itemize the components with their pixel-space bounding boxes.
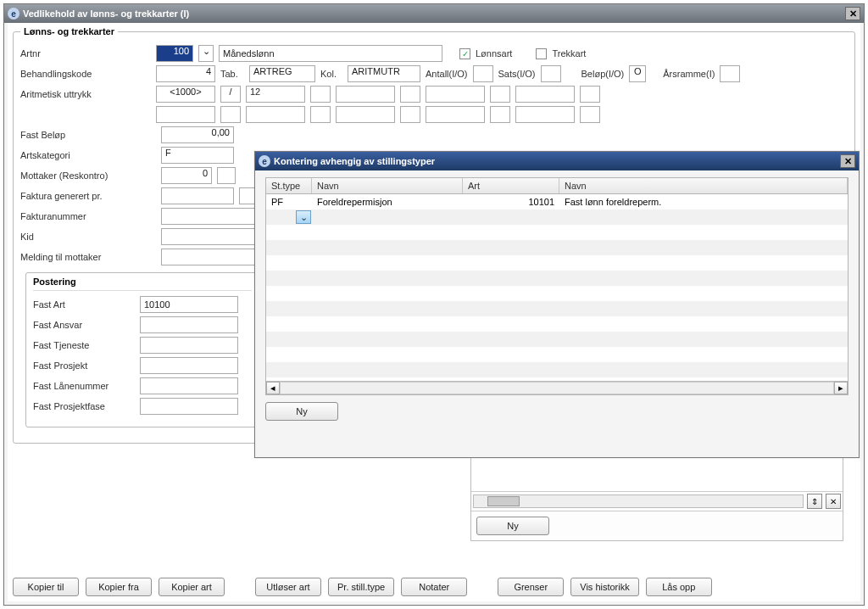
row-artnr: Artnr 100 ⌄ Lønnsart Trekkart: [20, 45, 848, 62]
cell-sttype: PF: [266, 197, 312, 207]
up-down-icon[interactable]: ⇕: [807, 494, 822, 509]
main-window-title: Vedlikehold av lønns- og trekkarter (I): [23, 8, 845, 19]
close-icon[interactable]: ✕: [840, 154, 855, 168]
modal-titlebar: e Kontering avhengig av stillingstyper ✕: [255, 152, 859, 170]
scroll-right-icon[interactable]: ▸: [834, 382, 848, 394]
kopier-fra-button[interactable]: Kopier fra: [86, 578, 152, 596]
grid-header: St.type Navn Art Navn: [266, 178, 848, 194]
grenser-button[interactable]: Grenser: [498, 578, 564, 596]
label-artnr: Artnr: [20, 48, 151, 59]
tab-field[interactable]: ARTREG: [249, 65, 315, 82]
arit-slot[interactable]: [336, 106, 395, 123]
fast-art-field[interactable]: [140, 296, 238, 313]
col-art[interactable]: Art: [463, 178, 559, 193]
col-sttype[interactable]: St.type: [266, 178, 312, 193]
row-arit-2: [20, 106, 848, 123]
col-navn[interactable]: Navn: [312, 178, 463, 193]
artnr-field[interactable]: 100: [156, 45, 193, 62]
close-small-icon[interactable]: ✕: [826, 494, 841, 509]
arit-slot[interactable]: [310, 86, 331, 103]
mottaker-extra[interactable]: [217, 167, 236, 184]
main-titlebar: e Vedlikehold av lønns- og trekkarter (I…: [4, 4, 864, 23]
arit-slot[interactable]: [156, 106, 215, 123]
grid-hscrollbar[interactable]: ◂ ▸: [266, 381, 848, 394]
chevron-down-icon[interactable]: ⌄: [296, 210, 311, 224]
cell-navn2: Fast lønn foreldreperm.: [559, 197, 848, 207]
melding-field[interactable]: [161, 249, 259, 265]
label-fast-lanenr: Fast Lånenummer: [33, 381, 135, 391]
arit-a-field[interactable]: <1000>: [156, 86, 215, 103]
modal-title: Kontering avhengig av stillingstyper: [274, 156, 840, 166]
pr-still-type-button[interactable]: Pr. still.type: [328, 578, 394, 596]
trekkart-checkbox[interactable]: [536, 48, 547, 59]
arit-slot[interactable]: [490, 106, 510, 123]
table-row[interactable]: PF Foreldrepermisjon 10101 Fast lønn for…: [266, 194, 848, 210]
notater-button[interactable]: Notater: [401, 578, 467, 596]
faktura-gen-field[interactable]: [161, 187, 234, 204]
artnavn-field[interactable]: [219, 45, 442, 62]
arit-slot[interactable]: [515, 86, 575, 103]
kopier-art-button[interactable]: Kopier art: [159, 578, 225, 596]
col-navn2[interactable]: Navn: [559, 178, 848, 193]
table-row-active[interactable]: ⌄: [266, 210, 848, 225]
arit-slot[interactable]: [580, 86, 600, 103]
behkode-field[interactable]: 4: [156, 65, 215, 82]
lonnsart-checkbox[interactable]: [459, 48, 470, 59]
arit-slot[interactable]: [490, 86, 510, 103]
scroll-left-icon[interactable]: ◂: [266, 382, 280, 394]
artskategori-field[interactable]: F: [161, 147, 234, 164]
kol-field[interactable]: ARITMUTR: [348, 65, 420, 82]
label-behkode: Behandlingskode: [20, 69, 151, 79]
fast-belop-field[interactable]: 0,00: [161, 126, 234, 143]
fast-lanenr-field[interactable]: [140, 377, 238, 394]
arit-slot[interactable]: [515, 106, 575, 123]
postering-group: Postering Fast Art Fast Ansvar Fast Tjen…: [25, 272, 259, 427]
belop-io-field[interactable]: O: [629, 65, 646, 82]
inner-ny-button[interactable]: Ny: [476, 517, 549, 535]
fakturanummer-field[interactable]: [161, 208, 259, 225]
arit-slot[interactable]: [426, 86, 485, 103]
grid-rows[interactable]: PF Foreldrepermisjon 10101 Fast lønn for…: [266, 194, 848, 381]
arit-slot[interactable]: [336, 86, 395, 103]
label-arit: Aritmetisk uttrykk: [20, 89, 151, 99]
kopier-til-button[interactable]: Kopier til: [13, 578, 79, 596]
label-artskategori: Artskategori: [20, 150, 156, 160]
vis-historikk-button[interactable]: Vis historikk: [570, 578, 638, 596]
scroll-track[interactable]: [280, 382, 834, 394]
row-behkode: Behandlingskode 4 Tab. ARTREG Kol. ARITM…: [20, 65, 848, 82]
arit-slot[interactable]: [400, 106, 420, 123]
label-mottaker: Mottaker (Reskontro): [20, 170, 156, 181]
arsramme-field[interactable]: [720, 65, 740, 82]
arit-slot[interactable]: [220, 106, 241, 123]
arit-slot[interactable]: [310, 106, 331, 123]
arit-slot[interactable]: [400, 86, 420, 103]
label-fast-art: Fast Art: [33, 299, 135, 310]
sttype-dropdown-cell[interactable]: ⌄: [266, 210, 312, 225]
mottaker-field[interactable]: 0: [161, 167, 212, 184]
cell-art: 10101: [463, 197, 559, 207]
label-lonnsart: Lønnsart: [476, 48, 512, 59]
arit-b-field[interactable]: 12: [246, 86, 305, 103]
label-fast-belop: Fast Beløp: [20, 130, 156, 140]
fast-ansvar-field[interactable]: [140, 316, 238, 333]
arit-slot[interactable]: [426, 106, 485, 123]
artnr-dropdown-icon[interactable]: ⌄: [198, 45, 214, 62]
antall-field[interactable]: [473, 65, 493, 82]
utloser-art-button[interactable]: Utløser art: [255, 578, 321, 596]
arit-slot[interactable]: [580, 106, 600, 123]
arit-slot[interactable]: [246, 106, 305, 123]
label-melding: Melding til mottaker: [20, 252, 156, 262]
las-opp-button[interactable]: Lås opp: [646, 578, 712, 596]
sats-field[interactable]: [541, 65, 561, 82]
inner-hscrollbar[interactable]: [473, 494, 804, 508]
arit-op-field[interactable]: /: [220, 86, 241, 103]
close-icon[interactable]: ✕: [845, 7, 860, 20]
kid-field[interactable]: [161, 228, 259, 245]
modal-ny-button[interactable]: Ny: [265, 402, 338, 421]
fast-tjeneste-field[interactable]: [140, 337, 238, 354]
label-sats: Sats(I/O): [498, 69, 536, 79]
fast-prosjekt-field[interactable]: [140, 357, 238, 374]
fast-prosjektfase-field[interactable]: [140, 398, 238, 415]
label-tab: Tab.: [220, 69, 244, 79]
label-fast-tjeneste: Fast Tjeneste: [33, 340, 135, 350]
